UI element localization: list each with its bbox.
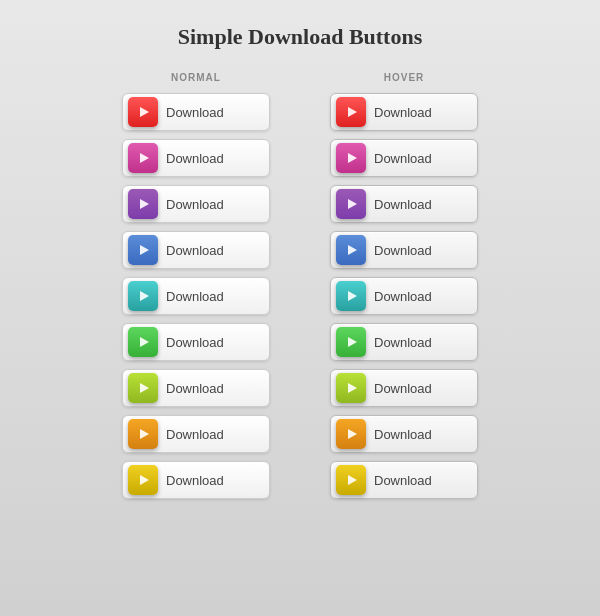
play-icon bbox=[348, 429, 357, 439]
btn-label: Download bbox=[374, 289, 432, 304]
page-container: Simple Download Buttons NORMAL Download … bbox=[0, 0, 600, 616]
btn-label: Download bbox=[166, 473, 224, 488]
btn-label: Download bbox=[166, 289, 224, 304]
icon-blue-4 bbox=[128, 235, 158, 265]
play-icon bbox=[348, 245, 357, 255]
icon-teal-h5 bbox=[336, 281, 366, 311]
play-icon bbox=[348, 199, 357, 209]
normal-column-header: NORMAL bbox=[171, 72, 221, 83]
icon-red-h1 bbox=[336, 97, 366, 127]
download-btn-hover-8[interactable]: Download bbox=[330, 415, 478, 453]
play-icon bbox=[348, 291, 357, 301]
play-icon bbox=[348, 153, 357, 163]
icon-red-1 bbox=[128, 97, 158, 127]
icon-lime-h7 bbox=[336, 373, 366, 403]
play-icon bbox=[140, 291, 149, 301]
icon-orange-h8 bbox=[336, 419, 366, 449]
download-btn-hover-2[interactable]: Download bbox=[330, 139, 478, 177]
btn-label: Download bbox=[166, 381, 224, 396]
btn-label: Download bbox=[374, 197, 432, 212]
btn-label: Download bbox=[166, 151, 224, 166]
play-icon bbox=[140, 475, 149, 485]
btn-label: Download bbox=[166, 335, 224, 350]
icon-yellow-9 bbox=[128, 465, 158, 495]
icon-teal-5 bbox=[128, 281, 158, 311]
icon-orange-8 bbox=[128, 419, 158, 449]
download-btn-normal-4[interactable]: Download bbox=[122, 231, 270, 269]
hover-column: HOVER Download Download Download Downloa… bbox=[330, 72, 478, 507]
download-btn-hover-6[interactable]: Download bbox=[330, 323, 478, 361]
download-btn-hover-3[interactable]: Download bbox=[330, 185, 478, 223]
download-btn-normal-1[interactable]: Download bbox=[122, 93, 270, 131]
download-btn-hover-5[interactable]: Download bbox=[330, 277, 478, 315]
normal-column: NORMAL Download Download Download Downlo… bbox=[122, 72, 270, 507]
btn-label: Download bbox=[166, 105, 224, 120]
btn-label: Download bbox=[374, 427, 432, 442]
play-icon bbox=[140, 245, 149, 255]
btn-label: Download bbox=[166, 197, 224, 212]
hover-column-header: HOVER bbox=[384, 72, 425, 83]
play-icon bbox=[348, 383, 357, 393]
icon-blue-h4 bbox=[336, 235, 366, 265]
icon-pink-2 bbox=[128, 143, 158, 173]
play-icon bbox=[348, 337, 357, 347]
download-btn-normal-5[interactable]: Download bbox=[122, 277, 270, 315]
btn-label: Download bbox=[374, 335, 432, 350]
download-btn-hover-4[interactable]: Download bbox=[330, 231, 478, 269]
download-btn-normal-9[interactable]: Download bbox=[122, 461, 270, 499]
download-btn-hover-9[interactable]: Download bbox=[330, 461, 478, 499]
play-icon bbox=[140, 153, 149, 163]
play-icon bbox=[140, 199, 149, 209]
btn-label: Download bbox=[166, 427, 224, 442]
icon-lime-7 bbox=[128, 373, 158, 403]
download-btn-hover-1[interactable]: Download bbox=[330, 93, 478, 131]
icon-yellow-h9 bbox=[336, 465, 366, 495]
download-btn-normal-6[interactable]: Download bbox=[122, 323, 270, 361]
btn-label: Download bbox=[374, 473, 432, 488]
columns-wrapper: NORMAL Download Download Download Downlo… bbox=[20, 72, 580, 507]
btn-label: Download bbox=[374, 151, 432, 166]
btn-label: Download bbox=[374, 105, 432, 120]
icon-green-h6 bbox=[336, 327, 366, 357]
download-btn-normal-3[interactable]: Download bbox=[122, 185, 270, 223]
download-btn-normal-7[interactable]: Download bbox=[122, 369, 270, 407]
icon-pink-h2 bbox=[336, 143, 366, 173]
download-btn-normal-8[interactable]: Download bbox=[122, 415, 270, 453]
icon-green-6 bbox=[128, 327, 158, 357]
icon-purple-h3 bbox=[336, 189, 366, 219]
btn-label: Download bbox=[166, 243, 224, 258]
play-icon bbox=[140, 107, 149, 117]
play-icon bbox=[140, 429, 149, 439]
download-btn-hover-7[interactable]: Download bbox=[330, 369, 478, 407]
btn-label: Download bbox=[374, 243, 432, 258]
play-icon bbox=[348, 475, 357, 485]
btn-label: Download bbox=[374, 381, 432, 396]
play-icon bbox=[140, 337, 149, 347]
page-title: Simple Download Buttons bbox=[20, 24, 580, 50]
icon-purple-3 bbox=[128, 189, 158, 219]
download-btn-normal-2[interactable]: Download bbox=[122, 139, 270, 177]
play-icon bbox=[348, 107, 357, 117]
play-icon bbox=[140, 383, 149, 393]
